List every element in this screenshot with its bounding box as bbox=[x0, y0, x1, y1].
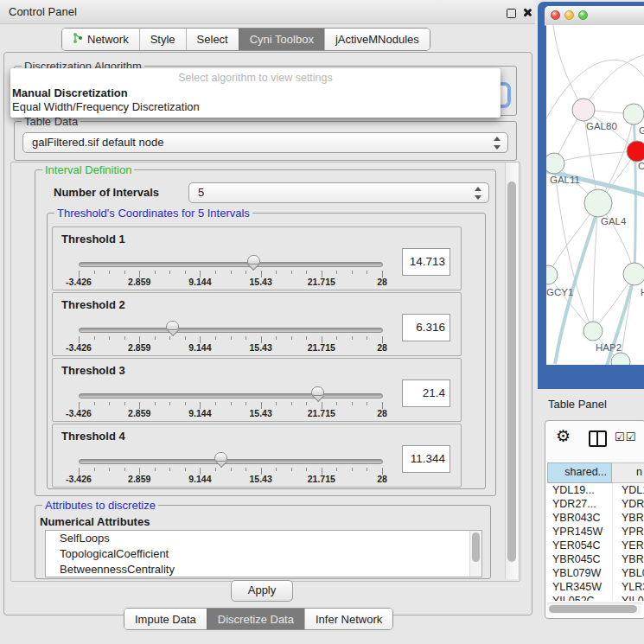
network-window-titlebar[interactable] bbox=[545, 6, 644, 26]
cell-name[interactable]: YDL1 bbox=[612, 483, 644, 497]
table-row[interactable]: YPR145WYPR1 bbox=[547, 525, 644, 539]
tick-label: 15.43 bbox=[249, 474, 271, 484]
cell-name[interactable]: YBL0 bbox=[612, 566, 644, 580]
algorithm-option-manual-discretization[interactable]: Manual Discretization bbox=[10, 86, 501, 100]
network-node[interactable] bbox=[611, 353, 630, 365]
tick-mark bbox=[352, 336, 353, 340]
list-item[interactable]: SelfLoops bbox=[46, 531, 481, 546]
table-row[interactable]: YBR043CYBR0 bbox=[547, 511, 644, 525]
network-edge[interactable] bbox=[553, 25, 583, 110]
tick-mark bbox=[245, 336, 246, 340]
cell-name[interactable]: YBR0 bbox=[612, 552, 644, 566]
slider-track[interactable] bbox=[79, 459, 383, 464]
slider-thumb[interactable] bbox=[166, 321, 179, 336]
tab-cyni-toolbox[interactable]: Cyni Toolbox bbox=[239, 29, 324, 50]
cell-shared-name[interactable]: YBR043C bbox=[547, 511, 612, 525]
apply-button[interactable]: Apply bbox=[231, 580, 293, 602]
tab-infer-network[interactable]: Infer Network bbox=[304, 609, 392, 629]
tab-style[interactable]: Style bbox=[139, 29, 186, 50]
threshold-value-field[interactable]: 21.4 bbox=[402, 379, 450, 407]
table-data-combo[interactable]: galFiltered.sif default node bbox=[22, 132, 508, 153]
tab-impute-data[interactable]: Impute Data bbox=[124, 609, 207, 629]
cell-shared-name[interactable]: YDR27... bbox=[547, 497, 612, 511]
close-traffic-light-icon[interactable] bbox=[551, 10, 560, 20]
table-row[interactable]: YDR27...YDR2 bbox=[547, 497, 644, 511]
cell-name[interactable]: YPR1 bbox=[612, 525, 644, 539]
table-row[interactable]: YER054CYER0 bbox=[547, 539, 644, 552]
network-node-c[interactable] bbox=[627, 141, 644, 162]
slider-track[interactable] bbox=[79, 393, 383, 399]
tick-mark bbox=[215, 402, 216, 405]
number-of-intervals-combo[interactable]: 5 bbox=[188, 182, 489, 203]
table-row[interactable]: YBL079WYBL0 bbox=[547, 566, 644, 580]
threshold-row: Threshold 1-3.4262.8599.14415.4321.71528… bbox=[52, 226, 462, 290]
cell-shared-name[interactable]: YER054C bbox=[547, 539, 612, 552]
cell-shared-name[interactable]: YBR045C bbox=[547, 552, 612, 566]
tab-jactivemnodules[interactable]: jActiveMNodules bbox=[324, 29, 430, 50]
network-edge[interactable] bbox=[554, 151, 637, 163]
cell-name[interactable]: YER0 bbox=[612, 539, 644, 552]
network-node-gal4[interactable] bbox=[584, 189, 612, 217]
tab-label: Network bbox=[87, 33, 129, 46]
vertical-scrollbar[interactable] bbox=[505, 163, 518, 579]
network-icon bbox=[73, 32, 83, 47]
algorithm-option-equal-width-frequency-discretization[interactable]: Equal Width/Frequency Discretization bbox=[10, 100, 501, 114]
tick-label: 15.43 bbox=[249, 408, 271, 418]
list-scrollbar[interactable] bbox=[469, 531, 481, 577]
list-scrollbar-thumb[interactable] bbox=[472, 532, 480, 562]
network-node-gal11[interactable] bbox=[546, 153, 564, 174]
split-columns-icon[interactable] bbox=[589, 430, 607, 447]
table-panel-title: Table Panel bbox=[548, 398, 607, 411]
threshold-value-field[interactable]: 6.316 bbox=[402, 314, 450, 341]
minimize-traffic-light-icon[interactable] bbox=[564, 10, 574, 20]
cell-name[interactable]: YBR0 bbox=[612, 511, 644, 525]
table-row[interactable]: YBR045CYBR0 bbox=[547, 552, 644, 566]
tick-label: 21.715 bbox=[308, 408, 335, 418]
table-row[interactable]: YIL052CYIL0 bbox=[547, 594, 644, 601]
gear-icon[interactable]: ⚙ bbox=[556, 426, 571, 446]
zoom-traffic-light-icon[interactable] bbox=[578, 10, 588, 20]
network-node-h[interactable] bbox=[623, 263, 644, 285]
network-node-hap2[interactable] bbox=[583, 322, 603, 341]
cell-shared-name[interactable]: YIL052C bbox=[547, 594, 612, 601]
slider-thumb[interactable] bbox=[247, 255, 260, 271]
threshold-value-field[interactable]: 14.713 bbox=[402, 248, 450, 276]
thresholds-group-title: Threshold's Coordinates for 5 Intervals bbox=[54, 207, 252, 220]
list-item[interactable]: BetweennessCentrality bbox=[46, 562, 481, 577]
numerical-attributes-list[interactable]: SelfLoopsTopologicalCoefficientBetweenne… bbox=[45, 530, 482, 577]
network-node-gcy1[interactable] bbox=[546, 265, 558, 284]
horizontal-scrollbar[interactable] bbox=[547, 603, 641, 614]
column-header-shared[interactable]: shared... bbox=[547, 462, 612, 483]
tab-network[interactable]: Network bbox=[62, 29, 139, 50]
tick-mark bbox=[336, 402, 337, 405]
cell-shared-name[interactable]: YDL19... bbox=[547, 483, 612, 497]
cell-name[interactable]: YIL0 bbox=[612, 594, 644, 601]
slider-track[interactable] bbox=[79, 328, 383, 333]
tab-select[interactable]: Select bbox=[186, 29, 239, 50]
cell-shared-name[interactable]: YPR145W bbox=[547, 525, 612, 539]
float-window-icon[interactable] bbox=[507, 9, 516, 18]
table-row[interactable]: YDL19...YDL1 bbox=[547, 483, 644, 497]
network-node-label: H bbox=[641, 287, 644, 297]
network-node-gal80[interactable] bbox=[572, 99, 595, 121]
list-item[interactable]: TopologicalCoefficient bbox=[46, 546, 481, 562]
checkbox-columns-icon[interactable]: ☑☑ bbox=[615, 430, 636, 443]
slider-thumb[interactable] bbox=[311, 386, 324, 402]
cell-shared-name[interactable]: YLR345W bbox=[547, 580, 612, 594]
threshold-value-field[interactable]: 11.344 bbox=[402, 445, 450, 473]
network-canvas[interactable]: GAL80GACGAL11GAL4GCY1HHAP2 bbox=[546, 25, 644, 365]
network-edge[interactable] bbox=[583, 54, 644, 110]
cell-name[interactable]: YLR3 bbox=[612, 580, 644, 594]
close-icon[interactable] bbox=[521, 7, 532, 18]
network-node-ga[interactable] bbox=[623, 104, 644, 124]
tab-discretize-data[interactable]: Discretize Data bbox=[207, 609, 304, 629]
horizontal-scrollbar-thumb[interactable] bbox=[549, 605, 637, 613]
cell-name[interactable]: YDR2 bbox=[612, 497, 644, 511]
table-row[interactable]: YLR345WYLR3 bbox=[547, 580, 644, 594]
slider-track[interactable] bbox=[79, 262, 383, 267]
cell-shared-name[interactable]: YBL079W bbox=[547, 566, 612, 580]
column-header-name[interactable]: n bbox=[612, 462, 644, 483]
vertical-scrollbar-thumb[interactable] bbox=[507, 182, 516, 562]
attributes-group-title: Attributes to discretize bbox=[42, 499, 158, 512]
slider-thumb[interactable] bbox=[214, 452, 227, 468]
